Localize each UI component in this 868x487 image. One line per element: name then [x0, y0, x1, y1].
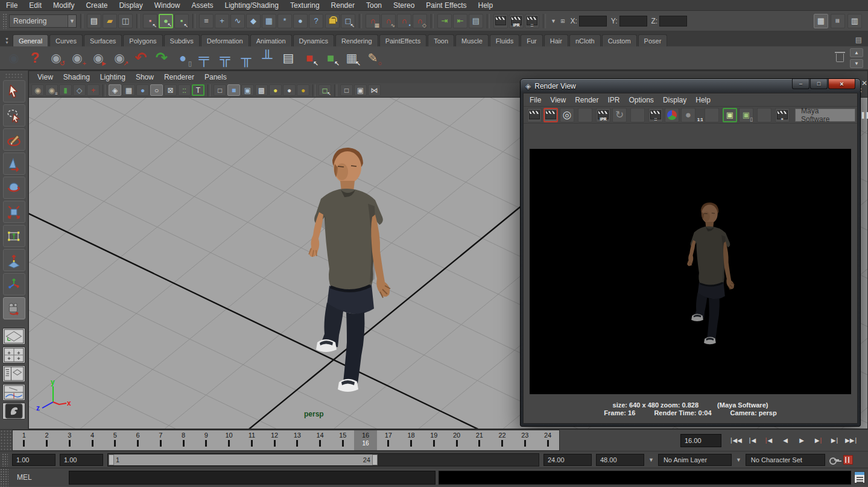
shaded-mode-icon[interactable]: ■: [227, 84, 240, 96]
mask-deformations-icon[interactable]: ▦: [262, 14, 276, 28]
camera-attributes-icon[interactable]: ◉: [31, 84, 44, 96]
select-component-icon[interactable]: ▪↖: [174, 14, 189, 28]
render-view-menu-item[interactable]: View: [550, 96, 566, 104]
light-default-icon[interactable]: ●: [269, 84, 282, 96]
render-region-marquee-icon[interactable]: ::: [648, 108, 663, 122]
command-input[interactable]: [69, 471, 436, 485]
shelf-tab-animation[interactable]: Animation: [250, 34, 292, 46]
play-backwards-button[interactable]: ◀: [778, 433, 793, 448]
render-region-icon[interactable]: [543, 108, 558, 122]
auto-keyframe-icon[interactable]: [843, 455, 853, 465]
timeline-frame[interactable]: 6: [127, 430, 150, 450]
time-slider[interactable]: 1 2 3 4 5 6 7 8: [12, 430, 560, 451]
timeline-frame[interactable]: 2: [36, 430, 59, 450]
render-canvas[interactable]: [530, 149, 851, 394]
toolbar-grab-handle[interactable]: [2, 13, 7, 29]
ipr-render-icon[interactable]: IPR: [509, 14, 524, 28]
timeline-frame[interactable]: 5: [104, 430, 127, 450]
open-render-settings-icon[interactable]: ≡: [775, 108, 790, 122]
minimize-button[interactable]: –: [792, 79, 809, 89]
select-group-icon[interactable]: ▦↖: [343, 49, 361, 67]
menu-item[interactable]: Edit: [29, 1, 42, 10]
graph-nodes-icon-4[interactable]: ╨: [258, 49, 276, 67]
paint-selection-tool[interactable]: [3, 128, 25, 151]
grid-toggle-icon[interactable]: ◈: [109, 84, 121, 96]
character-model[interactable]: [285, 143, 405, 397]
safe-title-icon[interactable]: T: [192, 84, 204, 96]
menu-item[interactable]: Texturing: [290, 1, 320, 10]
timeline-frame[interactable]: 7: [150, 430, 173, 450]
layout-hypershade[interactable]: [2, 403, 25, 419]
paint-script-icon[interactable]: ✎○: [364, 49, 382, 67]
timeline-frame[interactable]: 24: [536, 430, 559, 450]
image-plane-icon[interactable]: ◇: [73, 84, 86, 96]
textured-mode-icon[interactable]: ▣: [241, 84, 254, 96]
panel-menu-item[interactable]: View: [37, 73, 53, 81]
multi-pane-icon[interactable]: ▣: [354, 84, 367, 96]
playback-start-field[interactable]: 1.00: [12, 454, 55, 466]
field-chart-icon[interactable]: ⊠: [164, 84, 177, 96]
isolate-select-icon[interactable]: ◻↖: [318, 84, 331, 96]
snap-to-curve-icon[interactable]: ∩∿: [381, 14, 396, 28]
show-manipulator-tool[interactable]: [3, 273, 25, 295]
time-slider-grab-handle[interactable]: [0, 430, 12, 451]
range-slider-track[interactable]: 1 24: [107, 453, 539, 467]
resolution-gate-icon[interactable]: ●: [136, 84, 149, 96]
set-key-icon[interactable]: [829, 457, 839, 463]
script-editor-icon[interactable]: [854, 471, 865, 483]
close-button[interactable]: ×: [828, 79, 855, 89]
menu-item[interactable]: Toon: [366, 1, 382, 10]
snap-to-point-icon[interactable]: ∩•: [397, 14, 411, 28]
render-view-menu-item[interactable]: Help: [695, 96, 711, 104]
ipr-render-icon[interactable]: IPR: [596, 108, 610, 122]
gate-mask-icon[interactable]: ○: [150, 84, 163, 96]
menu-item[interactable]: Display: [119, 1, 142, 10]
timeline-frame[interactable]: 11: [241, 430, 264, 450]
lasso-select-tool[interactable]: [3, 104, 25, 127]
open-scene-icon[interactable]: ▰: [103, 14, 117, 28]
layout-persp-graph[interactable]: [2, 384, 25, 401]
timeline-frame[interactable]: 12: [263, 430, 286, 450]
render-view-tool-icon[interactable]: [630, 108, 645, 122]
timeline-frame[interactable]: 20: [445, 430, 468, 450]
channel-box-icon[interactable]: ▥: [847, 14, 862, 28]
mask-rendering-icon[interactable]: ●: [293, 14, 308, 28]
panel-icon[interactable]: [207, 84, 211, 96]
range-slider-bar[interactable]: 1 24: [109, 454, 378, 465]
remove-image-icon[interactable]: ▣▯: [739, 108, 753, 122]
timeline-frame[interactable]: 9: [195, 430, 218, 450]
render-view-menu-item[interactable]: Options: [629, 96, 654, 104]
wireframe-mode-icon[interactable]: □: [214, 84, 226, 96]
shelf-scroll-down-icon[interactable]: ▼: [850, 59, 863, 68]
shelf-tab-curves[interactable]: Curves: [49, 34, 83, 46]
shelf-tab-fur[interactable]: Fur: [521, 34, 543, 46]
shelf-tab-surfaces[interactable]: Surfaces: [84, 34, 122, 46]
plain-cube-icon[interactable]: □: [340, 84, 353, 96]
select-hierarchy-icon[interactable]: ▪↖: [143, 14, 157, 28]
step-back-frame-button[interactable]: |◀: [745, 433, 761, 448]
step-forward-frame-button[interactable]: ▶|: [826, 433, 842, 448]
timeline-frame[interactable]: 13: [286, 430, 309, 450]
panel-menu-item[interactable]: Lighting: [100, 73, 125, 81]
shelf-tab-muscle[interactable]: Muscle: [455, 34, 489, 46]
attribute-editor-icon[interactable]: ▦: [814, 14, 828, 28]
shelf-options-icon[interactable]: ▼▼: [4, 37, 11, 46]
render-view-menu-item[interactable]: IPR: [608, 96, 620, 104]
camera-dolly-icon[interactable]: ◉►: [89, 49, 107, 67]
shelf-tab-general[interactable]: General: [13, 34, 48, 46]
refresh-ipr-icon[interactable]: ↻: [612, 108, 627, 122]
shelf-tab-polygons[interactable]: Polygons: [123, 34, 162, 46]
universal-manipulator-tool[interactable]: [3, 225, 25, 247]
shelf-tab-poser[interactable]: Poser: [638, 34, 668, 46]
scale-tool[interactable]: [3, 201, 25, 223]
render-view-title-bar[interactable]: ◈ Render View – □ ×: [523, 79, 858, 93]
use-all-lights-icon[interactable]: ▩: [255, 84, 268, 96]
play-forwards-button[interactable]: ▶: [794, 433, 809, 448]
move-tool[interactable]: [3, 152, 25, 175]
menu-item[interactable]: Lighting/Shading: [224, 1, 278, 10]
menu-item[interactable]: Create: [86, 1, 107, 10]
menu-item[interactable]: Paint Effects: [426, 1, 466, 10]
camera-track-icon[interactable]: ◉+: [68, 49, 86, 67]
timeline-frame[interactable]: 23: [514, 430, 537, 450]
shelf-tab-hair[interactable]: Hair: [544, 34, 568, 46]
